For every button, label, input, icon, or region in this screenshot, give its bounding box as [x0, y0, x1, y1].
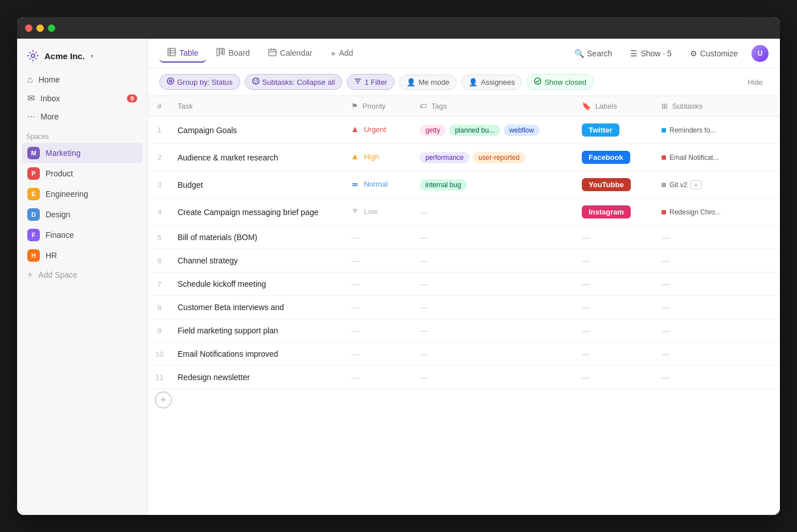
label-badge[interactable]: Twitter — [582, 123, 619, 137]
show-button[interactable]: ☰ Show · 5 — [626, 46, 676, 61]
tag[interactable]: performance — [420, 152, 469, 163]
table-row[interactable]: 8Customer Beta interviews and———— — [148, 296, 780, 319]
tab-table-label: Table — [179, 48, 198, 57]
subtask-more[interactable]: + — [691, 180, 701, 189]
sidebar-item-more[interactable]: ··· More — [22, 108, 143, 126]
design-avatar: D — [27, 208, 40, 221]
row-num: 1 — [148, 117, 171, 144]
svg-rect-23 — [352, 185, 358, 186]
assignees-pill[interactable]: 👤 Assignees — [461, 75, 522, 90]
table-row[interactable]: 11Redesign newsletter———— — [148, 366, 780, 389]
close-button[interactable] — [25, 24, 32, 32]
row-subtask: Reminders fo... — [655, 117, 780, 144]
col-subtasks-header: ⊞ Subtasks — [655, 96, 780, 117]
col-tags-header: 🏷 Tags — [413, 96, 575, 117]
search-button[interactable]: 🔍 Search — [570, 46, 617, 61]
table-row[interactable]: 4Create Campaign messaging brief pageLow… — [148, 199, 780, 226]
label-badge[interactable]: Instagram — [582, 205, 631, 218]
table-row[interactable]: 5Bill of materials (BOM)———— — [148, 226, 780, 249]
me-mode-pill[interactable]: 👤 Me mode — [399, 75, 457, 90]
col-task-header: Task — [171, 96, 344, 117]
assignees-label: Assignees — [480, 78, 515, 86]
show-closed-pill[interactable]: Show closed — [527, 74, 594, 90]
filter-icon — [354, 77, 361, 86]
inbox-badge: 9 — [127, 94, 137, 102]
top-nav: Table Board — [148, 39, 780, 68]
subtasks-pill[interactable]: Subtasks: Collapse all — [245, 74, 343, 90]
board-icon — [216, 48, 225, 58]
customize-button[interactable]: ⚙ Customize — [685, 46, 742, 61]
row-num: 6 — [148, 249, 171, 273]
label-badge[interactable]: YouTubbe — [582, 178, 631, 191]
label-badge[interactable]: Facebook — [582, 151, 630, 164]
finance-avatar: F — [27, 229, 40, 241]
table-row[interactable]: 3BudgetNormalinternal bugYouTubbeGit v2+ — [148, 171, 780, 199]
app-body: Acme Inc. ▾ ⌂ Home ✉ Inbox 9 ··· More S — [17, 39, 780, 515]
group-by-icon — [167, 77, 174, 86]
group-by-label: Group by: Status — [177, 78, 233, 86]
row-label: Twitter — [575, 117, 655, 144]
row-tags: — — [413, 319, 575, 343]
tab-calendar[interactable]: Calendar — [260, 44, 321, 63]
row-label: — — [575, 249, 655, 273]
row-subtask: — — [655, 226, 780, 249]
group-by-pill[interactable]: Group by: Status — [159, 74, 240, 90]
tag[interactable]: webflow — [504, 125, 540, 136]
tag[interactable]: user-reported — [473, 152, 525, 163]
row-num: 11 — [148, 366, 171, 389]
sidebar-item-product[interactable]: P Product — [22, 163, 143, 184]
row-label: — — [575, 343, 655, 366]
minimize-button[interactable] — [36, 24, 44, 32]
table-row[interactable]: 10Email Notifications improved———— — [148, 343, 780, 366]
filter-pill[interactable]: 1 Filter — [347, 74, 395, 90]
maximize-button[interactable] — [48, 24, 55, 32]
labels-col-label: Labels — [595, 102, 617, 110]
add-row-button[interactable]: + — [155, 391, 172, 409]
tab-table[interactable]: Table — [159, 44, 206, 63]
workspace-selector[interactable]: Acme Inc. ▾ — [17, 46, 147, 71]
sidebar-item-design[interactable]: D Design — [22, 204, 143, 225]
col-priority-header: ⚑ Priority — [344, 96, 413, 117]
tab-calendar-label: Calendar — [280, 48, 313, 57]
titlebar — [17, 17, 780, 39]
row-tags: — — [413, 273, 575, 296]
row-priority: High — [344, 144, 413, 171]
table-row[interactable]: 9Field marketing support plan———— — [148, 319, 780, 343]
row-priority: — — [344, 366, 413, 389]
hide-button[interactable]: Hide — [742, 75, 769, 89]
sidebar-item-inbox[interactable]: ✉ Inbox 9 — [22, 89, 143, 108]
row-priority: — — [344, 273, 413, 296]
search-icon: 🔍 — [574, 49, 584, 58]
tag[interactable]: getty — [420, 125, 446, 136]
tag[interactable]: internal bug — [420, 179, 467, 191]
sidebar-item-hr[interactable]: H HR — [22, 245, 143, 266]
table-row[interactable]: 1Campaign GoalsUrgentgettyplanned bu...w… — [148, 117, 780, 144]
table-row[interactable]: 7Schedule kickoff meeting———— — [148, 273, 780, 296]
user-avatar[interactable]: U — [751, 45, 769, 62]
tab-add[interactable]: + Add — [323, 44, 361, 63]
add-space-label: Add Space — [38, 270, 77, 279]
row-label: — — [575, 319, 655, 343]
priority-col-icon: ⚑ — [351, 102, 358, 110]
subtask-dot — [662, 183, 666, 187]
tab-board[interactable]: Board — [208, 44, 257, 63]
traffic-lights — [25, 24, 55, 32]
sidebar-item-engineering[interactable]: E Engineering — [22, 184, 143, 204]
tag[interactable]: planned bu... — [449, 125, 500, 136]
table-row[interactable]: 2Audience & market researchHighperforman… — [148, 144, 780, 171]
hr-avatar: H — [27, 249, 40, 262]
sidebar-item-marketing[interactable]: M Marketing — [22, 143, 143, 163]
add-space-icon: + — [27, 270, 32, 280]
row-tags: gettyplanned bu...webflow — [413, 117, 575, 144]
row-tags: — — [413, 296, 575, 319]
row-label: — — [575, 273, 655, 296]
product-avatar: P — [27, 167, 40, 180]
filter-bar: Group by: Status Subtasks: Collapse all — [148, 68, 780, 96]
table-row[interactable]: 6Channel strategy———— — [148, 249, 780, 273]
row-task: Redesign newsletter — [171, 366, 344, 389]
sidebar-item-home[interactable]: ⌂ Home — [22, 71, 143, 89]
sidebar-item-finance[interactable]: F Finance — [22, 225, 143, 245]
row-subtask: — — [655, 296, 780, 319]
add-space-button[interactable]: + Add Space — [22, 266, 143, 284]
row-priority: — — [344, 249, 413, 273]
